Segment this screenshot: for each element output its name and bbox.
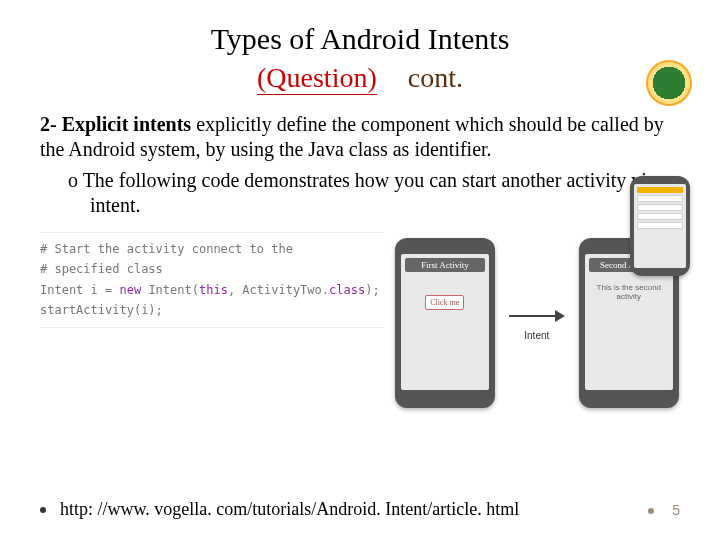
arrow-right-icon xyxy=(507,306,567,326)
bullet-dot-icon xyxy=(40,507,46,513)
svg-marker-1 xyxy=(555,310,565,322)
intent-diagram: First Activity Click me Intent Second Ac… xyxy=(394,232,680,408)
code-line: startActivity(i); xyxy=(40,300,380,320)
code-line: # specified class xyxy=(40,259,380,279)
slide-title: Types of Android Intents xyxy=(40,22,680,56)
sub-bullet: The following code demonstrates how you … xyxy=(68,168,680,218)
page-number: 5 xyxy=(672,502,680,518)
phone1-caption: First Activity xyxy=(405,258,485,272)
intent-arrow: Intent xyxy=(507,306,567,341)
subtitle-question: (Question) xyxy=(257,62,377,95)
click-me-button-icon: Click me xyxy=(425,295,464,310)
subtitle-cont: cont. xyxy=(408,62,463,93)
body-paragraph: 2- Explicit intents explicitly define th… xyxy=(40,112,680,162)
code-line: Intent i = new Intent(this, ActivityTwo.… xyxy=(40,280,380,300)
university-logo-icon xyxy=(646,60,692,106)
phone2-text: This is the second activity xyxy=(589,277,669,307)
phone-first-activity: First Activity Click me xyxy=(395,238,495,408)
phone-mini-icon xyxy=(630,176,690,276)
bullet-dot-icon xyxy=(648,508,654,514)
page-number-wrap: 5 xyxy=(648,501,680,519)
code-snippet: # Start the activity connect to the # sp… xyxy=(40,232,384,328)
intent-label: Intent xyxy=(524,330,549,341)
para-lead: 2- Explicit intents xyxy=(40,113,191,135)
source-url: http: //www. vogella. com/tutorials/Andr… xyxy=(60,499,519,520)
slide-subtitle: (Question) cont. xyxy=(40,62,680,94)
slide-footer: http: //www. vogella. com/tutorials/Andr… xyxy=(40,499,680,520)
code-line: # Start the activity connect to the xyxy=(40,239,380,259)
